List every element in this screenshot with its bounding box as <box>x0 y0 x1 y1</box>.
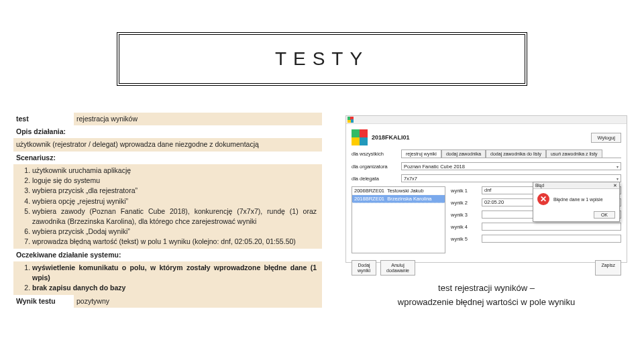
scenario-steps: użytkownik uruchamia aplikację loguje si… <box>16 166 319 247</box>
wynik-label: wynik 4 <box>451 224 478 230</box>
step-item: loguje się do systemu <box>32 176 319 186</box>
select-comp-value: 7x7x7 <box>404 176 417 182</box>
zapisz-button[interactable]: Zapisz <box>595 260 621 276</box>
step-item: użytkownik uruchamia aplikację <box>32 166 319 176</box>
page-title: TESTY <box>275 48 369 70</box>
value-wynik: pozytywny <box>74 295 322 308</box>
app-logo-icon <box>352 129 368 145</box>
select-event-value: Poznan Fanatic Cube 2018 <box>404 164 465 170</box>
step-item: wybiera przycisk „dla rejestratora” <box>32 186 319 196</box>
test-spec-table: test rejestracja wyników Opis działania:… <box>13 113 322 349</box>
label-wynik: Wynik testu <box>13 295 74 308</box>
value-opis: użytkownik (rejestrator / delegat) wprow… <box>13 138 322 151</box>
error-dialog: Błąd ✕ ✕ Błędne dane w 1 wpisie OK <box>533 182 620 222</box>
dodaj-wyniki-button[interactable]: Dodaj wyniki <box>352 260 376 276</box>
tab-usun-lista[interactable]: usuń zawodnika z listy <box>546 149 602 158</box>
tab-rejestruj[interactable]: rejestruj wyniki <box>401 149 441 158</box>
dialog-titlebar: Błąd ✕ <box>533 182 619 189</box>
dialog-message: Błędne dane w 1 wpisie <box>553 197 603 202</box>
wynik-label: wynik 3 <box>451 212 478 218</box>
list-item[interactable]: 2006BRZE01 Testowski Jakub <box>352 187 445 195</box>
section-label: dla wszystkich <box>352 151 398 157</box>
figure-caption: test rejestracji wyników – wprowadzenie … <box>398 282 575 310</box>
wynik-label: wynik 2 <box>451 200 478 206</box>
anuluj-button[interactable]: Anuluj dodawanie <box>380 260 415 276</box>
app-icon <box>347 117 354 123</box>
step-item: wybiera zawody (Poznan Fanatic Cube 2018… <box>32 206 319 227</box>
caption-line: wprowadzenie błędnej wartości w pole wyn… <box>398 296 575 310</box>
step-item: wybiera przycisk „Dodaj wyniki” <box>32 227 319 237</box>
expected-steps: wyświetlenie komunikatu o polu, w którym… <box>16 263 319 294</box>
app-screenshot: 2018FKALI01 Wyloguj dla wszystkich rejes… <box>345 115 627 263</box>
wynik-input-4[interactable] <box>482 223 621 231</box>
app-user-id: 2018FKALI01 <box>372 134 587 141</box>
list-item[interactable]: 2018BRZE01 Brzezinska Karolina <box>352 195 445 203</box>
competitor-list[interactable]: 2006BRZE01 Testowski Jakub 2018BRZE01 Br… <box>352 186 445 253</box>
tab-dodaj-lista[interactable]: dodaj zawodnika do listy <box>486 149 546 158</box>
logout-button[interactable]: Wyloguj <box>591 133 621 143</box>
right-column: 2018FKALI01 Wyloguj dla wszystkich rejes… <box>342 113 631 349</box>
wynik-label: wynik 5 <box>451 236 478 242</box>
window-titlebar <box>346 116 627 124</box>
tab-dodaj-zaw[interactable]: dodaj zawodnika <box>441 149 486 158</box>
section-label: dla organizatora <box>352 164 398 170</box>
label-scenariusz: Scenariusz: <box>13 152 322 164</box>
step-item: wprowadza błędną wartość (tekst) w polu … <box>32 237 319 247</box>
title-frame: TESTY <box>117 32 527 86</box>
expected-item: wyświetlenie komunikatu o polu, w którym… <box>32 263 319 283</box>
step-item: wybiera opcję „rejestruj wyniki” <box>32 196 319 206</box>
select-event[interactable]: Poznan Fanatic Cube 2018▾ <box>401 162 621 170</box>
chevron-down-icon: ▾ <box>616 164 619 169</box>
wynik-input-5[interactable] <box>482 235 621 243</box>
error-icon: ✕ <box>537 193 549 205</box>
chevron-down-icon: ▾ <box>616 176 619 181</box>
label-opis: Opis działania: <box>13 125 322 138</box>
dialog-ok-button[interactable]: OK <box>594 211 615 219</box>
expected-item: brak zapisu danych do bazy <box>32 283 319 293</box>
label-test: test <box>13 113 74 125</box>
dialog-title: Błąd <box>535 183 544 188</box>
close-icon[interactable]: ✕ <box>613 183 617 188</box>
label-oczekiwane: Oczekiwane działanie systemu: <box>13 249 322 261</box>
value-test: rejestracja wyników <box>74 113 322 125</box>
wynik-label: wynik 1 <box>451 188 478 194</box>
section-label: dla delegata <box>352 176 398 182</box>
caption-line: test rejestracji wyników – <box>398 282 575 296</box>
content-area: test rejestracja wyników Opis działania:… <box>13 113 631 349</box>
